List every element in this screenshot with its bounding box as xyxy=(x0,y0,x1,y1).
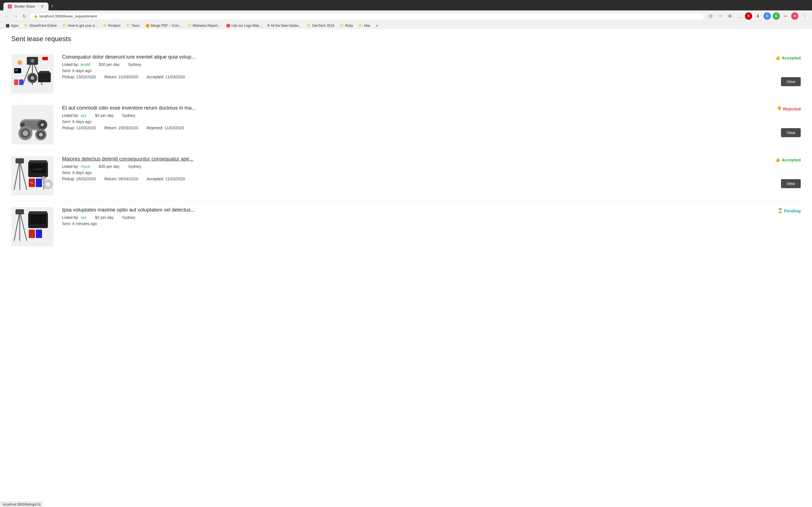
g-profile-icon[interactable]: G xyxy=(772,12,780,20)
address-bar[interactable]: 🔒 localhost:3000/lease_requests/sent xyxy=(30,13,704,20)
return-date-1: 21/03/2020 xyxy=(118,75,138,79)
listed-by-label-3: Listed by: xyxy=(62,164,79,169)
svg-point-15 xyxy=(31,76,35,80)
card-image-svg-3: CAMERA SD xyxy=(11,156,54,195)
bookmark-gentech[interactable]: 📁 GenTech 2019 xyxy=(305,23,336,28)
svg-rect-10 xyxy=(40,71,49,73)
card-image-1 xyxy=(11,54,54,94)
status-date-label-3: Accepted: xyxy=(147,177,164,181)
sent-4: Sent: 8 minutes ago xyxy=(62,221,753,226)
bookmark-misheeta[interactable]: 📁 Misheeta Report... xyxy=(185,23,223,28)
bookmark-tours-label: Tours xyxy=(132,24,140,27)
bookmark-logo-maker[interactable]: 🔴 Use our Logo Mak... xyxy=(224,23,264,28)
status-date-label-1: Accepted: xyxy=(147,75,164,79)
location-3: Sydney xyxy=(128,164,141,169)
sent-3: Sent: 6 days ago xyxy=(62,170,753,175)
card-image-4 xyxy=(11,207,54,246)
listed-by-name-2[interactable]: xyz xyxy=(81,113,87,118)
view-button-1[interactable]: View xyxy=(781,77,801,86)
settings-icon[interactable]: ⚙ xyxy=(726,12,733,20)
status-badge-4: ⏳ Pending xyxy=(777,208,801,213)
misheeta-icon: 📁 xyxy=(188,24,192,27)
bookmark-more[interactable]: » xyxy=(374,23,380,28)
listed-by-name-3[interactable]: royce xyxy=(81,164,90,169)
card-content-3: Maiores delectus deleniti consequuntur c… xyxy=(59,156,756,181)
bookmark-apps-label: Apps xyxy=(11,24,18,27)
edit-icon[interactable]: ✏ xyxy=(781,12,790,20)
card-image-svg-1 xyxy=(11,54,54,94)
listed-by-1: Listed by: jerald xyxy=(62,62,90,67)
status-bar: localhost:3000/listings/14 xyxy=(0,502,43,507)
pickup-2: Pickup: 11/03/2020 xyxy=(62,126,96,130)
svg-rect-17 xyxy=(42,57,48,60)
svg-rect-33 xyxy=(29,160,47,163)
bookmark-ruby[interactable]: 📁 Ruby xyxy=(338,23,355,28)
bookmark-merge-pdf[interactable]: 🟠 Merge PDF – Com... xyxy=(143,23,184,28)
lock-icon: 🔒 xyxy=(34,14,38,18)
menu-icon[interactable]: ⋮ xyxy=(801,12,809,20)
apps-icon: ⬛ xyxy=(6,24,10,27)
bookmark-mac[interactable]: 📁 Mac xyxy=(356,23,373,28)
listed-by-2: Listed by: xyz xyxy=(62,113,87,118)
view-button-2[interactable]: View xyxy=(781,128,801,137)
new-tab-button[interactable]: + xyxy=(49,2,56,10)
screen-share-icon[interactable]: ⊡ xyxy=(707,12,714,20)
bookmark-recipes[interactable]: 📁 Recipes xyxy=(101,23,123,28)
svg-rect-9 xyxy=(38,72,51,82)
bookmark-how-to[interactable]: 📁 How to get your d... xyxy=(60,23,100,28)
bookmark-merge-pdf-label: Merge PDF – Com... xyxy=(151,24,182,27)
card-content-4: Ipsa voluptates maxime optio aut volupta… xyxy=(59,207,756,228)
svg-rect-38 xyxy=(36,179,42,187)
svg-point-30 xyxy=(39,133,43,136)
c-profile-icon[interactable]: C xyxy=(763,12,771,20)
bookmark-apps[interactable]: ⬛ Apps xyxy=(3,23,20,28)
price-3: $35 per day xyxy=(99,164,119,169)
s-profile-icon[interactable]: S xyxy=(745,12,752,20)
bookmark-icon[interactable]: ☆ xyxy=(716,12,724,20)
status-badge-3: 👍 Accepted xyxy=(775,157,801,162)
card-title-1: Consequatur dolor deserunt iure eveniet … xyxy=(62,54,753,60)
forward-button[interactable]: → xyxy=(12,12,19,20)
card-image-2 xyxy=(11,105,54,145)
status-date-value-3: 11/03/2020 xyxy=(165,177,185,181)
price-2: $3 per day xyxy=(95,113,114,118)
view-button-3[interactable]: View xyxy=(781,179,801,188)
active-tab[interactable]: S Shutter Share ✕ xyxy=(3,3,49,10)
back-button[interactable]: ← xyxy=(3,12,10,20)
bookmark-adobe[interactable]: P All the New Adobe... xyxy=(265,23,303,28)
toolbar-icons: ⊡ ☆ ⚙ … S ⬇ C G ✏ H xyxy=(707,12,799,20)
download-icon[interactable]: ⬇ xyxy=(754,12,762,20)
bookmark-tours[interactable]: 📁 Tours xyxy=(124,23,142,28)
status-text-4: Pending xyxy=(784,209,801,213)
svg-rect-49 xyxy=(29,211,47,214)
listed-by-name-1[interactable]: jerald xyxy=(81,62,90,67)
svg-point-23 xyxy=(41,123,44,126)
card-status-2: 👎 Rejected View xyxy=(761,105,801,137)
tab-close-button[interactable]: ✕ xyxy=(41,4,44,9)
more-icon[interactable]: … xyxy=(735,12,743,20)
thumbs-up-icon-3: 👍 xyxy=(775,157,780,162)
browser-toolbar: ← → ↻ 🔒 localhost:3000/lease_requests/se… xyxy=(0,10,812,22)
bookmark-adobe-label: All the New Adobe... xyxy=(271,24,301,27)
lease-card-1: Consequatur dolor deserunt iure eveniet … xyxy=(11,48,801,100)
bookmarks-bar: ⬛ Apps 📁 SharePoint Online 📁 How to get … xyxy=(0,22,812,29)
recipes-icon: 📁 xyxy=(103,24,107,27)
status-date-1: Accepted: 11/03/2020 xyxy=(147,75,185,79)
card-meta-3: Listed by: royce $35 per day Sydney xyxy=(62,164,753,169)
card-title-2: Et aut commodi odio esse inventore rerum… xyxy=(62,105,753,111)
return-1: Return: 21/03/2020 xyxy=(104,75,138,79)
tab-favicon: S xyxy=(8,4,12,8)
ruby-icon: 📁 xyxy=(340,24,344,27)
more-bookmarks-label: » xyxy=(376,24,378,27)
how-to-icon: 📁 xyxy=(63,24,67,27)
refresh-button[interactable]: ↻ xyxy=(21,12,28,20)
listed-by-name-4[interactable]: xyz xyxy=(81,215,87,220)
card-meta-1: Listed by: jerald $30 per day Sydney xyxy=(62,62,753,67)
adobe-icon: P xyxy=(267,24,269,27)
card-title-3[interactable]: Maiores delectus deleniti consequuntur c… xyxy=(62,156,753,162)
listed-by-label-4: Listed by: xyxy=(62,215,79,220)
user-profile-icon[interactable]: H xyxy=(791,12,799,20)
svg-rect-42 xyxy=(15,158,24,163)
bookmark-sharepoint[interactable]: 📁 SharePoint Online xyxy=(22,23,59,28)
listed-by-label-2: Listed by: xyxy=(62,113,79,118)
